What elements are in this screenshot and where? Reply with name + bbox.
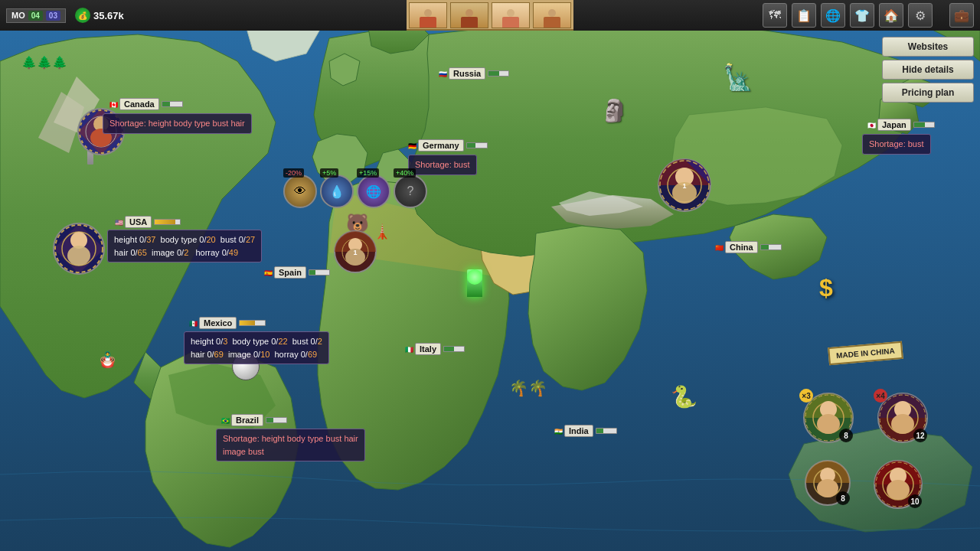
germany-name: Germany [418,139,464,152]
russia-name: Russia [449,67,485,80]
country-spain: 🇪🇸 Spain [264,266,330,279]
shirt-icon[interactable]: 👕 [850,3,874,28]
portrait-1[interactable] [409,2,447,28]
globe-icon[interactable]: 🌐 [821,3,845,28]
germany-progress-bar [466,142,488,148]
germany-shortage-text: Shortage: bust [415,160,470,169]
websites-button[interactable]: Websites [882,37,974,57]
country-usa: 🇺🇸 USA [115,216,181,228]
asia-token-1[interactable]: 1 [657,158,712,213]
token-num-8b: 8 [836,491,850,505]
germany-shortage: Shortage: bust [408,155,477,175]
china-flag: 🇨🇳 [715,244,723,250]
bottom-token-2[interactable]: 10 [873,459,923,510]
canada-shortage-text: Shortage: height body type bust hair [109,119,245,128]
japan-progress-bar [913,122,935,128]
spain-bar-fill [309,270,315,275]
totem-decoration: 🪆 [98,350,117,369]
currency-display: 💰 35.67k [75,8,124,23]
brazil-name: Brazil [231,414,263,426]
map-icon[interactable]: 🗺 [763,3,787,28]
europe-token[interactable]: 1 [333,230,377,274]
mult-badge-x4: ×4 [874,389,887,403]
hide-details-button[interactable]: Hide details [882,60,974,80]
portrait-2[interactable] [450,2,488,28]
token-num-8a: 8 [839,429,853,442]
russia-bar-fill [488,71,499,76]
money-icon: 💰 [75,8,90,23]
italy-name: Italy [415,343,441,355]
portrait-3[interactable] [492,2,530,28]
bonus-icon-4[interactable]: ? +40% [394,174,429,210]
mexico-flag: 🇲🇽 [189,320,197,326]
mexico-progress-bar [239,320,266,326]
india-name: India [564,425,593,437]
briefcase-icon[interactable]: 💼 [949,3,974,28]
italy-progress-bar [443,346,465,352]
india-bar-fill [596,429,603,433]
list-icon[interactable]: 📋 [792,3,816,28]
china-name: China [725,241,758,253]
mult-badge-x3: ×3 [799,389,813,403]
usa-token[interactable] [52,222,106,276]
china-progress-bar [760,244,782,250]
bonus-pct-2: +5% [320,168,338,178]
brazil-flag: 🇧🇷 [221,417,229,423]
country-japan: 🇯🇵 Japan [867,119,935,131]
portrait-4[interactable] [533,2,571,28]
bonus-pct-1: -20% [283,168,304,178]
portrait-bar [407,0,573,31]
country-china: 🇨🇳 China [715,241,782,253]
mexico-info-line1: height 0/3 body type 0/22 bust 0/2 [191,337,322,346]
mode-badge2: 03 [46,11,60,21]
bonus-icon-1[interactable]: 👁 -20% [283,174,318,210]
country-mexico: 🇲🇽 Mexico [189,317,266,329]
italy-bar-fill [444,347,454,351]
top-toolbar: MO 04 03 💰 35.67k [0,0,980,31]
bonus-icon-3[interactable]: 🌐 +15% [357,174,392,210]
canada-flag: 🇨🇦 [109,101,117,107]
svg-point-9 [67,246,90,266]
russia-progress-bar [488,70,509,77]
mexico-info-line2: hair 0/69 image 0/10 horray 0/69 [191,350,317,359]
brazil-progress-bar [266,417,287,423]
palm-tree-decoration: 🌴🌴 [509,379,547,397]
country-canada: 🇨🇦 Canada [109,98,183,110]
logo-text: MO [11,11,25,20]
usa-info-line2: hair 0/65 image 0/2 horray 0/49 [114,248,238,257]
india-flag: 🇮🇳 [554,428,562,434]
country-germany: 🇩🇪 Germany [408,139,488,152]
green-beacon [467,269,482,297]
germany-flag: 🇩🇪 [408,142,416,148]
usa-info: height 0/37 body type 0/20 bust 0/27 hai… [107,230,262,262]
usa-flag: 🇺🇸 [115,219,122,225]
brazil-shortage: Shortage: height body type bust hairimag… [216,429,365,461]
bottom-token-1[interactable]: 8 [804,459,851,507]
tree-decoration: 🌲🌲🌲 [21,55,67,70]
pricing-plan-button[interactable]: Pricing plan [882,83,974,103]
china-bar-fill [761,245,769,249]
svg-point-39 [887,480,910,500]
canada-progress-bar [162,101,183,107]
mexico-info: height 0/3 body type 0/22 bust 0/2 hair … [184,331,329,364]
bonus-icon-2[interactable]: 💧 +5% [320,174,355,210]
sea-token-1[interactable]: ×3 8 [802,392,854,444]
house-icon[interactable]: 🏠 [879,3,903,28]
statue-1: 🗽 [723,63,753,92]
sea-token-2[interactable]: ×4 12 [877,392,929,444]
usa-name: USA [125,216,152,228]
currency-amount: 35.67k [93,10,124,21]
right-buttons: Websites Hide details Pricing plan [882,37,974,103]
mode-badge1: 04 [28,11,43,21]
bonus-icons-row: 👁 -20% 💧 +5% 🌐 +15% ? +40% [283,174,429,210]
germany-bar-fill [467,143,476,148]
italy-flag: 🇮🇹 [405,346,413,352]
snake-decoration: 🐍 [671,384,697,409]
country-india: 🇮🇳 India [554,425,617,437]
settings-icon[interactable]: ⚙ [908,3,933,28]
brazil-shortage-text: Shortage: height body type bust hairimag… [223,434,358,456]
svg-text:1: 1 [353,249,357,256]
japan-bar-fill [914,122,925,127]
svg-point-30 [891,414,914,434]
svg-point-25 [817,414,840,434]
